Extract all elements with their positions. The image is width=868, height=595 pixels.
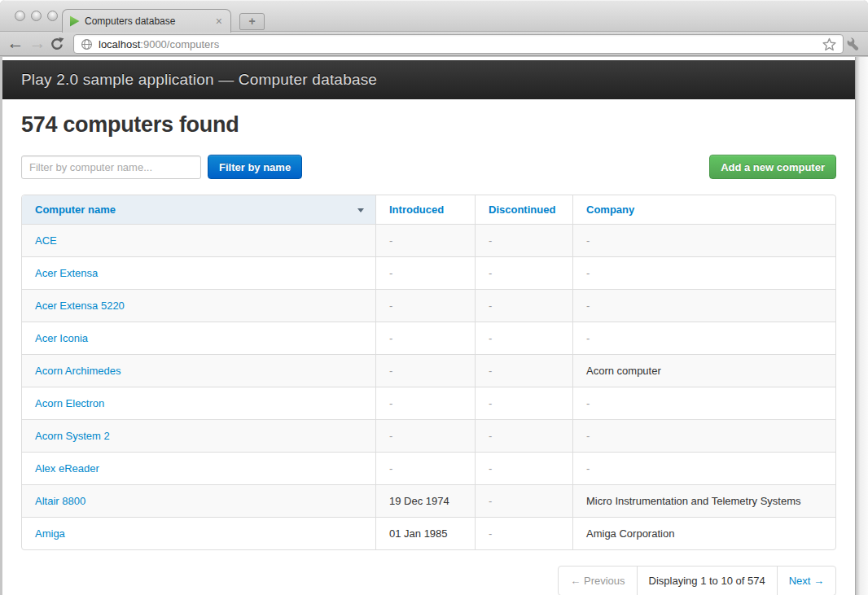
computer-link[interactable]: ACE xyxy=(35,234,57,247)
computer-name-cell: Alex eReader xyxy=(22,452,375,484)
table-row: ACE--- xyxy=(22,224,835,256)
introduced-cell: - xyxy=(375,322,475,354)
introduced-cell: - xyxy=(375,387,475,419)
pagination-status: Displaying 1 to 10 of 574 xyxy=(637,567,777,595)
computer-name-cell: Amiga xyxy=(22,517,375,549)
new-tab-button[interactable]: + xyxy=(239,13,265,30)
table-row: Alex eReader--- xyxy=(22,452,835,484)
company-cell: - xyxy=(572,289,835,322)
introduced-cell: - xyxy=(375,354,475,387)
header-computer-name[interactable]: Computer name xyxy=(22,195,375,224)
url-text: localhost:9000/computers xyxy=(99,38,219,50)
discontinued-cell: - xyxy=(475,419,572,452)
company-cell: - xyxy=(572,452,835,484)
forward-icon: → xyxy=(27,32,48,56)
table-header-row: Computer name Introduced Discontinued Co… xyxy=(22,195,835,224)
filter-input[interactable] xyxy=(21,155,201,179)
computer-name-cell: Acer Extensa 5220 xyxy=(22,289,375,322)
url-path: :9000/computers xyxy=(140,38,219,50)
table-row: Amiga01 Jan 1985-Amiga Corporation xyxy=(22,517,835,549)
computer-link[interactable]: Alex eReader xyxy=(35,462,99,475)
close-button[interactable] xyxy=(15,11,25,21)
computer-link[interactable]: Acer Extensa xyxy=(35,267,98,279)
computer-link[interactable]: Amiga xyxy=(35,527,65,540)
company-cell: Acorn computer xyxy=(572,354,835,387)
computer-link[interactable]: Acorn Archimedes xyxy=(35,365,121,377)
url-host: localhost xyxy=(99,38,140,50)
filter-bar: Filter by name Add a new computer xyxy=(21,155,836,179)
company-cell: - xyxy=(572,322,835,354)
star-icon[interactable] xyxy=(822,37,836,51)
company-cell: - xyxy=(572,256,835,289)
address-bar[interactable]: localhost:9000/computers xyxy=(73,34,844,54)
previous-button: ← Previous xyxy=(559,567,636,595)
titlebar: Computers database × + xyxy=(0,0,868,31)
discontinued-cell: - xyxy=(475,289,572,322)
table-row: Acer Extensa 5220--- xyxy=(22,289,835,322)
discontinued-cell: - xyxy=(475,484,572,517)
browser-window: Computers database × + ← → localhost:900… xyxy=(0,0,868,595)
company-cell: - xyxy=(572,419,835,452)
computer-link[interactable]: Altair 8800 xyxy=(35,495,85,507)
scrollbar[interactable] xyxy=(855,57,868,595)
computer-name-cell: Acer Iconia xyxy=(22,322,375,354)
minimize-button[interactable] xyxy=(31,11,42,21)
computer-name-cell: Acorn Archimedes xyxy=(22,354,375,387)
discontinued-cell: - xyxy=(475,517,572,549)
discontinued-cell: - xyxy=(475,322,572,354)
computer-name-cell: Altair 8800 xyxy=(22,484,375,517)
back-icon[interactable]: ← xyxy=(5,32,26,56)
discontinued-cell: - xyxy=(475,354,572,387)
company-cell: - xyxy=(572,224,835,256)
discontinued-cell: - xyxy=(475,387,572,419)
discontinued-cell: - xyxy=(475,224,572,256)
computer-name-cell: Acorn System 2 xyxy=(22,419,375,452)
tab-close-icon[interactable]: × xyxy=(214,15,224,27)
discontinued-cell: - xyxy=(475,256,572,289)
page-title: 574 computers found xyxy=(21,112,836,138)
header-introduced[interactable]: Introduced xyxy=(375,195,475,224)
table-row: Acer Extensa--- xyxy=(22,256,835,289)
globe-icon[interactable] xyxy=(81,38,93,50)
reload-icon[interactable] xyxy=(50,37,64,55)
introduced-cell: - xyxy=(375,452,475,484)
computer-link[interactable]: Acer Iconia xyxy=(35,332,88,344)
computer-name-cell: Acorn Electron xyxy=(22,387,375,419)
header-company[interactable]: Company xyxy=(572,195,835,224)
company-cell: Micro Instrumentation and Telemetry Syst… xyxy=(572,484,835,517)
app-navbar: Play 2.0 sample application — Computer d… xyxy=(2,60,855,99)
filter-button[interactable]: Filter by name xyxy=(208,155,302,179)
computer-name-cell: ACE xyxy=(22,224,375,256)
play-favicon-icon xyxy=(69,15,80,27)
pagination: ← Previous Displaying 1 to 10 of 574 Nex… xyxy=(558,566,836,595)
company-cell: - xyxy=(572,387,835,419)
page-content: Play 2.0 sample application — Computer d… xyxy=(2,57,855,595)
app-title: Play 2.0 sample application — Computer d… xyxy=(21,71,377,89)
header-discontinued[interactable]: Discontinued xyxy=(475,195,572,224)
computer-name-cell: Acer Extensa xyxy=(22,256,375,289)
discontinued-cell: - xyxy=(475,452,572,484)
sort-desc-icon xyxy=(357,208,364,212)
computers-table: Computer name Introduced Discontinued Co… xyxy=(21,195,836,550)
table-row: Altair 880019 Dec 1974-Micro Instrumenta… xyxy=(22,484,835,517)
introduced-cell: - xyxy=(375,289,475,322)
next-button[interactable]: Next → xyxy=(777,567,835,595)
browser-tab[interactable]: Computers database × xyxy=(62,9,231,33)
tab-title: Computers database xyxy=(85,15,214,27)
introduced-cell: - xyxy=(375,256,475,289)
company-cell: Amiga Corporation xyxy=(572,517,835,549)
table-body: ACE---Acer Extensa---Acer Extensa 5220--… xyxy=(22,224,835,549)
introduced-cell: 01 Jan 1985 xyxy=(375,517,475,549)
introduced-cell: - xyxy=(375,224,475,256)
wrench-icon[interactable] xyxy=(846,36,862,55)
table-row: Acorn Electron--- xyxy=(22,387,835,419)
computer-link[interactable]: Acorn System 2 xyxy=(35,430,110,442)
zoom-button[interactable] xyxy=(47,11,58,21)
table-row: Acorn System 2--- xyxy=(22,419,835,452)
table-row: Acer Iconia--- xyxy=(22,322,835,354)
introduced-cell: 19 Dec 1974 xyxy=(375,484,475,517)
table-row: Acorn Archimedes--Acorn computer xyxy=(22,354,835,387)
computer-link[interactable]: Acorn Electron xyxy=(35,397,104,409)
add-computer-button[interactable]: Add a new computer xyxy=(709,155,836,179)
computer-link[interactable]: Acer Extensa 5220 xyxy=(35,300,125,312)
